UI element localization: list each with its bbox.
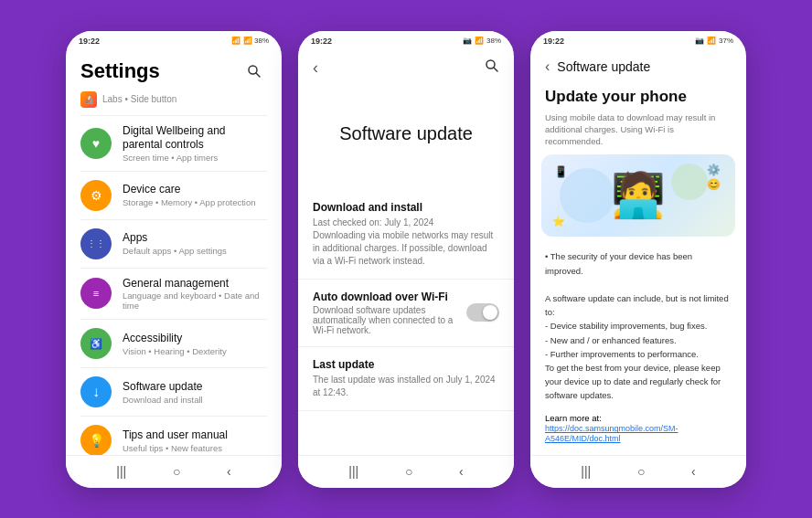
settings-item-apps[interactable]: ⋮⋮ Apps Default apps • App settings xyxy=(66,220,282,268)
nav-menu-button-1[interactable]: ||| xyxy=(107,460,135,482)
learn-more-link[interactable]: https://doc.samsungmobile.com/SM-A546E/M… xyxy=(545,424,678,443)
nav-back-button-3[interactable]: ‹ xyxy=(682,460,705,482)
nav-back-button-2[interactable]: ‹ xyxy=(450,460,473,482)
nav-menu-button-3[interactable]: ||| xyxy=(572,460,600,482)
learn-more-label: Learn more at: xyxy=(545,413,732,423)
last-update-sub: The last update was installed on July 1,… xyxy=(313,374,499,399)
settings-item-accessibility[interactable]: ♿ Accessibility Vision • Hearing • Dexte… xyxy=(66,320,282,367)
auto-download-toggle[interactable] xyxy=(466,303,499,322)
device-care-icon: ⚙ xyxy=(80,180,112,211)
sw-update-header: ‹ xyxy=(298,49,514,87)
sw-back-button[interactable]: ‹ xyxy=(313,58,318,78)
accessibility-icon: ♿ xyxy=(80,328,112,359)
tips-icon: 💡 xyxy=(80,425,112,454)
settings-search-button[interactable] xyxy=(241,58,267,84)
phone-settings: 19:22 📶 📶 38% Settings 🔬 Labs • Side but… xyxy=(66,31,282,488)
apps-sub: Default apps • App settings xyxy=(123,246,267,256)
illus-icon-gear: ⚙️ xyxy=(707,164,721,176)
update-intro: A software update can include, but is no… xyxy=(545,291,732,319)
download-install-section[interactable]: Download and install Last checked on: Ju… xyxy=(298,190,514,280)
status-bar-2: 19:22 📷 📶 38% xyxy=(298,31,514,49)
update-item-2: - New and / or enhanced features. xyxy=(545,333,732,347)
update-header: ‹ Software update xyxy=(530,49,746,80)
update-notes: • The security of your device has been i… xyxy=(530,246,746,406)
update-item-4: To get the best from your device, please… xyxy=(545,361,732,403)
status-icons-3: 📷 📶 37% xyxy=(695,37,733,45)
nav-home-button-2[interactable]: ○ xyxy=(396,460,422,482)
labs-icon: 🔬 xyxy=(80,91,97,108)
auto-download-sub: Download software updates automatically … xyxy=(313,305,457,335)
labs-row[interactable]: 🔬 Labs • Side button xyxy=(66,90,282,115)
bottom-nav-2: ||| ○ ‹ xyxy=(298,455,514,488)
update-back-label: Software update xyxy=(557,59,650,74)
settings-header: Settings xyxy=(66,49,282,90)
general-management-title: General management xyxy=(123,277,267,291)
device-care-sub: Storage • Memory • App protection xyxy=(123,197,267,207)
nav-home-button-3[interactable]: ○ xyxy=(628,460,654,482)
bottom-nav-3: ||| ○ ‹ xyxy=(530,455,746,488)
download-install-sub: Last checked on: July 1, 2024 Downloadin… xyxy=(313,217,499,268)
software-update-title: Software update xyxy=(123,380,267,395)
settings-item-device-care[interactable]: ⚙ Device care Storage • Memory • App pro… xyxy=(66,172,282,219)
settings-item-tips[interactable]: 💡 Tips and user manual Useful tips • New… xyxy=(66,417,282,454)
settings-title: Settings xyxy=(80,59,160,83)
nav-menu-button-2[interactable]: ||| xyxy=(339,460,368,482)
illus-icon-star: ⭐ xyxy=(552,216,565,227)
status-icons-2: 📷 📶 38% xyxy=(463,37,501,45)
time-3: 19:22 xyxy=(543,37,564,46)
phone-software-update: 19:22 📷 📶 38% ‹ Software update Download… xyxy=(298,31,514,488)
apps-icon: ⋮⋮ xyxy=(80,228,112,259)
auto-download-toggle-row: Auto download over Wi-Fi Download softwa… xyxy=(298,280,514,347)
learn-more-section: Learn more at: https://doc.samsungmobile… xyxy=(530,406,746,450)
software-update-icon: ↓ xyxy=(80,376,112,407)
bottom-nav-1: ||| ○ ‹ xyxy=(66,455,282,488)
illus-icon-phone: 📱 xyxy=(554,165,568,178)
settings-item-digital-wellbeing[interactable]: ♥ Digital Wellbeing and parental control… xyxy=(66,116,282,171)
general-management-sub: Language and keyboard • Date and time xyxy=(123,291,267,311)
sw-update-page-title: Software update xyxy=(298,87,514,190)
nav-home-button-1[interactable]: ○ xyxy=(164,460,189,482)
update-back-button[interactable]: ‹ xyxy=(545,58,550,75)
update-your-phone-title: Update your phone xyxy=(530,80,746,110)
illus-icon-smile: 😊 xyxy=(707,178,721,191)
time-2: 19:22 xyxy=(311,37,332,46)
update-illustration: 🧑‍💻 ⚙️ 😊 ⭐ 📱 xyxy=(541,154,735,237)
security-note: • The security of your device has been i… xyxy=(545,249,732,277)
apps-title: Apps xyxy=(123,231,267,246)
digital-wellbeing-sub: Screen time • App timers xyxy=(123,153,267,163)
tips-title: Tips and user manual xyxy=(123,428,267,443)
tips-sub: Useful tips • New features xyxy=(123,443,267,453)
update-phone-content: ‹ Software update Update your phone Usin… xyxy=(530,49,746,455)
last-update-title: Last update xyxy=(313,358,499,371)
settings-content: Settings 🔬 Labs • Side button ♥ Digital … xyxy=(66,49,282,455)
status-bar-3: 19:22 📷 📶 37% xyxy=(530,31,746,49)
last-update-section: Last update The last update was installe… xyxy=(298,347,514,411)
update-item-3: - Further improvements to performance. xyxy=(545,347,732,361)
nav-back-button-1[interactable]: ‹ xyxy=(218,460,240,482)
labs-text: Labs • Side button xyxy=(102,94,176,104)
download-install-title: Download and install xyxy=(313,201,499,214)
settings-item-software-update[interactable]: ↓ Software update Download and install xyxy=(66,368,282,416)
software-update-content: ‹ Software update Download and install L… xyxy=(298,49,514,455)
update-desc: Using mobile data to download may result… xyxy=(530,110,746,155)
accessibility-title: Accessibility xyxy=(123,332,267,346)
digital-wellbeing-icon: ♥ xyxy=(80,128,112,159)
auto-download-title: Auto download over Wi-Fi xyxy=(313,291,457,303)
update-item-1: - Device stability improvements, bug fix… xyxy=(545,319,732,333)
device-care-title: Device care xyxy=(123,183,267,197)
software-update-sub: Download and install xyxy=(123,395,267,405)
digital-wellbeing-title: Digital Wellbeing and parental controls xyxy=(123,124,267,153)
settings-item-general-management[interactable]: ≡ General management Language and keyboa… xyxy=(66,269,282,320)
status-bar-1: 19:22 📶 📶 38% xyxy=(66,31,282,49)
svg-line-1 xyxy=(256,73,260,77)
svg-line-3 xyxy=(494,68,497,71)
sw-search-button[interactable] xyxy=(485,58,499,77)
general-management-icon: ≡ xyxy=(80,278,112,309)
status-icons-1: 📶 📶 38% xyxy=(231,37,269,45)
phone-update-your-phone: 19:22 📷 📶 37% ‹ Software update Update y… xyxy=(530,31,746,488)
accessibility-sub: Vision • Hearing • Dexterity xyxy=(123,346,267,356)
time-1: 19:22 xyxy=(79,37,100,46)
